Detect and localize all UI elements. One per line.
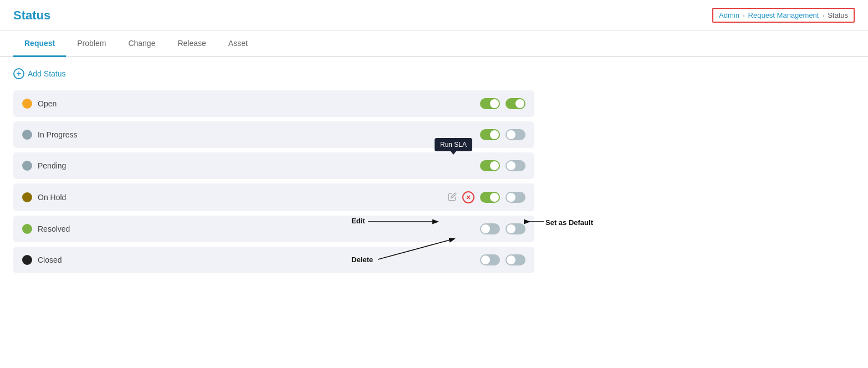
header: Status Admin › Request Management › Stat… <box>0 0 868 31</box>
toggle-default-pending[interactable] <box>506 160 525 171</box>
toggle-sla-closed[interactable] <box>480 254 500 265</box>
status-color-open[interactable] <box>22 99 32 109</box>
breadcrumb: Admin › Request Management › Status <box>712 8 855 23</box>
delete-button-onhold[interactable]: × <box>462 191 474 203</box>
toggle-default-open[interactable] <box>506 98 525 109</box>
status-name-inprogress: In Progress <box>38 130 78 139</box>
breadcrumb-sep-2: › <box>822 12 824 19</box>
status-row-open: Open <box>13 90 534 117</box>
status-color-pending[interactable] <box>22 161 32 171</box>
toggle-default-onhold[interactable] <box>506 192 525 203</box>
tabs-bar: Request Problem Change Release Asset <box>0 31 868 57</box>
status-color-resolved[interactable] <box>22 224 32 234</box>
status-name-closed: Closed <box>38 255 62 264</box>
tab-request[interactable]: Request <box>13 31 66 57</box>
edit-button-onhold[interactable] <box>448 192 457 203</box>
breadcrumb-status: Status <box>828 11 848 19</box>
tab-change[interactable]: Change <box>117 31 166 57</box>
toggle-default-resolved[interactable] <box>506 223 525 234</box>
tab-problem[interactable]: Problem <box>66 31 117 57</box>
toggle-default-inprogress[interactable] <box>506 129 525 140</box>
status-color-closed[interactable] <box>22 255 32 265</box>
status-row-closed: Closed <box>13 247 534 273</box>
breadcrumb-request-mgmt[interactable]: Request Management <box>748 11 819 19</box>
tab-release[interactable]: Release <box>166 31 217 57</box>
add-status-button[interactable]: + Add Status <box>13 68 855 79</box>
toggle-default-closed[interactable] <box>506 254 525 265</box>
status-name-onhold: On Hold <box>38 193 66 202</box>
status-list-container: Open In Progress <box>13 90 534 273</box>
toggle-sla-resolved[interactable] <box>480 223 500 234</box>
run-sla-tooltip: Run SLA <box>435 138 472 151</box>
plus-icon: + <box>13 68 24 79</box>
status-color-onhold[interactable] <box>22 192 32 202</box>
status-name-open: Open <box>38 99 57 108</box>
status-color-inprogress[interactable] <box>22 130 32 140</box>
status-name-pending: Pending <box>38 161 66 170</box>
toggle-sla-inprogress[interactable] <box>480 129 500 140</box>
status-row-resolved: Resolved <box>13 216 534 242</box>
toggle-sla-open[interactable] <box>480 98 500 109</box>
status-list: Open In Progress <box>13 90 534 273</box>
add-status-label: Add Status <box>28 69 66 78</box>
status-row-pending: Pending Run SLA <box>13 152 534 179</box>
breadcrumb-admin[interactable]: Admin <box>719 11 739 19</box>
toggle-sla-pending[interactable] <box>480 160 500 171</box>
breadcrumb-sep-1: › <box>743 12 745 19</box>
page-title: Status <box>13 8 50 23</box>
toggle-sla-onhold[interactable] <box>480 192 500 203</box>
set-default-annotation-label: Set as Default <box>545 218 594 227</box>
status-row-onhold: On Hold × <box>13 183 534 211</box>
status-name-resolved: Resolved <box>38 224 70 233</box>
tab-asset[interactable]: Asset <box>217 31 259 57</box>
content-area: + Add Status Open In Progress <box>0 57 868 284</box>
